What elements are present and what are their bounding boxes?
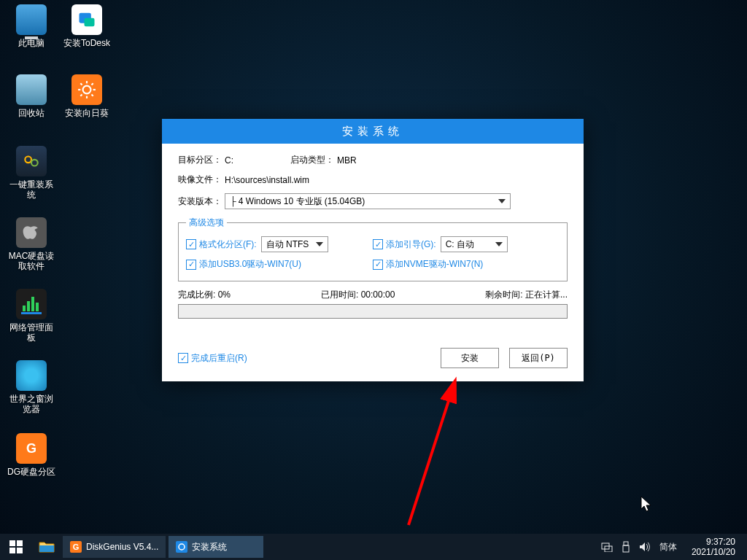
svg-line-8 bbox=[92, 95, 93, 96]
desktop-icon-label: 此电脑 bbox=[6, 38, 57, 48]
chevron-down-icon bbox=[495, 242, 503, 246]
svg-rect-13 bbox=[23, 306, 26, 311]
network-icon[interactable] bbox=[601, 542, 613, 552]
back-button[interactable]: 返回(P) bbox=[509, 348, 568, 368]
format-fs-value: 自动 NTFS bbox=[266, 238, 309, 251]
diskgenius-icon: G bbox=[70, 541, 82, 553]
target-partition-value: C: bbox=[225, 155, 233, 166]
svg-point-11 bbox=[25, 157, 31, 163]
check-icon bbox=[373, 260, 383, 270]
taskbar-task-install-system[interactable]: 安装系统 bbox=[169, 536, 263, 558]
desktop-icon-mac-disk[interactable]: MAC硬盘读取软件 bbox=[6, 217, 57, 271]
add-boot-checkbox[interactable]: 添加引导(G): bbox=[373, 238, 436, 251]
boot-type-value: MBR bbox=[337, 155, 357, 166]
taskbar-task-diskgenius[interactable]: G DiskGenius V5.4... bbox=[63, 536, 166, 558]
elapsed-label: 已用时间: bbox=[321, 289, 358, 300]
reboot-after-label: 完成后重启(R) bbox=[191, 352, 247, 365]
desktop-icon-theworld-browser[interactable]: 世界之窗浏览器 bbox=[6, 360, 57, 414]
desktop-icon-label: 安装ToDesk bbox=[61, 38, 112, 48]
boot-type-label: 启动类型： bbox=[290, 154, 334, 166]
desktop-icon-network-panel[interactable]: 网络管理面板 bbox=[6, 289, 57, 343]
chevron-down-icon bbox=[498, 199, 506, 203]
format-fs-select[interactable]: 自动 NTFS bbox=[261, 236, 328, 252]
advanced-options-legend: 高级选项 bbox=[186, 217, 227, 229]
desktop-icon-sunlogin[interactable]: 安装向日葵 bbox=[61, 74, 112, 118]
ime-indicator[interactable]: 简体 bbox=[659, 541, 677, 553]
check-icon bbox=[186, 260, 196, 270]
check-icon bbox=[373, 239, 383, 249]
progress-pct-label: 完成比例: bbox=[178, 289, 215, 300]
add-boot-label: 添加引导(G): bbox=[386, 238, 436, 251]
nvme-driver-label: 添加NVME驱动-WIN7(N) bbox=[386, 258, 483, 271]
svg-line-9 bbox=[80, 95, 82, 96]
desktop-icon-label: MAC硬盘读取软件 bbox=[6, 251, 57, 271]
format-partition-label: 格式化分区(F): bbox=[199, 238, 257, 251]
reboot-after-checkbox[interactable]: 完成后重启(R) bbox=[178, 352, 247, 365]
desktop-icon-label: 一键重装系统 bbox=[6, 179, 57, 200]
image-file-label: 映像文件： bbox=[178, 174, 222, 186]
nvme-driver-checkbox[interactable]: 添加NVME驱动-WIN7(N) bbox=[373, 258, 483, 271]
format-partition-checkbox[interactable]: 格式化分区(F): bbox=[186, 238, 257, 251]
check-icon bbox=[186, 239, 196, 249]
add-boot-select[interactable]: C: 自动 bbox=[441, 236, 508, 252]
svg-rect-23 bbox=[39, 545, 54, 552]
svg-rect-30 bbox=[624, 542, 628, 545]
add-boot-value: C: 自动 bbox=[446, 238, 474, 251]
svg-line-10 bbox=[92, 83, 93, 85]
clock-date: 2021/10/20 bbox=[692, 547, 735, 557]
usb3-driver-checkbox[interactable]: 添加USB3.0驱动-WIN7(U) bbox=[186, 258, 301, 271]
taskbar: G DiskGenius V5.4... 安装系统 简体 9:37:20 202… bbox=[0, 534, 747, 560]
desktop-icon-recycle-bin[interactable]: 回收站 bbox=[6, 74, 57, 118]
svg-rect-1 bbox=[85, 18, 95, 27]
install-button[interactable]: 安装 bbox=[441, 348, 499, 368]
svg-text:G: G bbox=[73, 542, 80, 551]
remaining-label: 剩余时间: bbox=[485, 289, 522, 300]
svg-rect-16 bbox=[36, 303, 39, 311]
volume-icon[interactable] bbox=[639, 542, 651, 552]
svg-rect-20 bbox=[17, 540, 23, 546]
svg-rect-17 bbox=[21, 312, 42, 314]
install-icon bbox=[176, 541, 187, 553]
desktop-icon-label: 安装向日葵 bbox=[61, 108, 112, 118]
svg-line-7 bbox=[80, 83, 82, 85]
taskbar-pin-explorer[interactable] bbox=[32, 534, 61, 560]
check-icon bbox=[178, 353, 188, 363]
desktop-icon-label: DG硬盘分区 bbox=[6, 467, 57, 477]
dialog-title[interactable]: 安装系统 bbox=[162, 119, 584, 144]
progress-bar bbox=[178, 304, 568, 319]
svg-rect-21 bbox=[9, 548, 15, 553]
folder-icon bbox=[39, 540, 55, 553]
usb3-driver-label: 添加USB3.0驱动-WIN7(U) bbox=[199, 258, 301, 271]
chevron-down-icon bbox=[316, 242, 323, 246]
svg-point-2 bbox=[83, 86, 91, 94]
svg-rect-19 bbox=[9, 540, 15, 546]
svg-rect-14 bbox=[27, 301, 30, 311]
advanced-options-fieldset: 高级选项 格式化分区(F): 自动 NTFS 添加引导(G): bbox=[178, 217, 568, 281]
desktop-icon-label: 世界之窗浏览器 bbox=[6, 394, 57, 414]
svg-rect-22 bbox=[17, 548, 23, 553]
clock-time: 9:37:20 bbox=[692, 537, 735, 547]
start-button[interactable] bbox=[0, 534, 32, 560]
install-version-value: ├ 4 Windows 10 专业版 (15.04GB) bbox=[230, 195, 365, 208]
taskbar-task-label: DiskGenius V5.4... bbox=[86, 542, 158, 552]
usb-icon[interactable] bbox=[622, 541, 630, 553]
image-file-value: H:\sources\install.wim bbox=[225, 175, 309, 185]
taskbar-task-label: 安装系统 bbox=[192, 541, 227, 553]
svg-rect-26 bbox=[176, 541, 187, 553]
desktop-icon-label: 网络管理面板 bbox=[6, 322, 57, 343]
taskbar-clock[interactable]: 9:37:20 2021/10/20 bbox=[686, 537, 741, 557]
system-tray: 简体 9:37:20 2021/10/20 bbox=[595, 534, 747, 560]
svg-rect-31 bbox=[623, 545, 629, 552]
svg-rect-15 bbox=[31, 297, 34, 311]
desktop-icon-reinstall[interactable]: 一键重装系统 bbox=[6, 146, 57, 200]
windows-icon bbox=[9, 540, 23, 553]
install-version-select[interactable]: ├ 4 Windows 10 专业版 (15.04GB) bbox=[225, 193, 511, 209]
install-system-dialog: 安装系统 目标分区： C: 启动类型： MBR 映像文件： H:\sources… bbox=[162, 119, 584, 381]
desktop-icon-diskgenius[interactable]: GDG硬盘分区 bbox=[6, 433, 57, 477]
desktop-icon-this-pc[interactable]: 此电脑 bbox=[6, 4, 57, 48]
target-partition-label: 目标分区： bbox=[178, 154, 222, 166]
desktop-icon-todesk[interactable]: 安装ToDesk bbox=[61, 4, 112, 48]
svg-point-12 bbox=[31, 160, 38, 166]
install-version-label: 安装版本： bbox=[178, 195, 222, 208]
remaining-value: 正在计算... bbox=[525, 289, 568, 300]
